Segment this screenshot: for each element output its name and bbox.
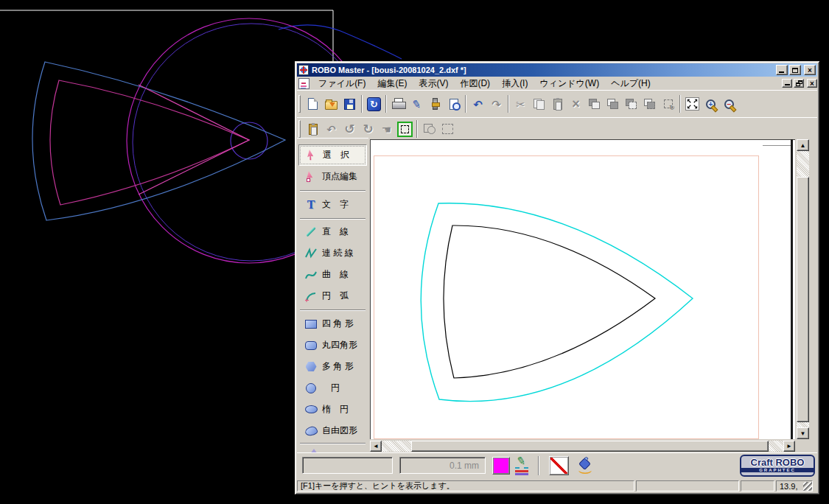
print-button[interactable]	[389, 95, 407, 113]
zoom-in-button[interactable]: +	[702, 95, 720, 113]
save-file-button[interactable]	[340, 95, 359, 113]
ungroup-button[interactable]	[640, 95, 659, 113]
redo-button[interactable]: ↷	[487, 95, 506, 113]
menu-window[interactable]: ウィンドウ(W)	[534, 77, 605, 91]
title-bar[interactable]: ROBO Master - [bousi-20081024_2.dxf *] ×	[297, 63, 817, 77]
rotate-frame-button[interactable]	[659, 95, 677, 113]
paste-icon	[553, 99, 562, 110]
menu-view[interactable]: 表示(V)	[413, 77, 454, 91]
resize-grip[interactable]	[803, 482, 812, 491]
document-icon[interactable]	[298, 78, 309, 89]
palette-line-button[interactable]: 直 線	[298, 221, 367, 242]
palette-arc-button[interactable]: 円 弧	[298, 285, 367, 307]
rotate-left-icon: ↶	[326, 124, 336, 135]
desktop: ROBO Master - [bousi-20081024_2.dxf *] ×…	[0, 0, 829, 504]
fill-bucket-button[interactable]	[576, 456, 595, 475]
cutter-setting-button[interactable]	[426, 95, 444, 113]
cut-button[interactable]: ✂	[511, 95, 530, 113]
shape-tools-button[interactable]	[420, 120, 438, 139]
palette-select-button[interactable]: 選 択	[298, 144, 367, 166]
palette-freeform-button[interactable]: 自由図形	[298, 420, 367, 441]
curve-tool-icon	[302, 269, 320, 281]
menu-file[interactable]: ファイル(F)	[312, 77, 371, 91]
palette-rounded-rectangle-button[interactable]: 丸四角形	[298, 335, 367, 356]
canvas-frame: ▲ ▼ ◄ ►	[368, 138, 817, 451]
line-type-field[interactable]	[302, 457, 393, 474]
palette-circle-button[interactable]: 円	[298, 377, 367, 399]
minimize-button[interactable]	[776, 65, 788, 75]
scroll-down-button[interactable]: ▼	[797, 427, 809, 439]
outer-cut-outline[interactable]	[421, 203, 693, 402]
cut-output-icon: ↻	[367, 97, 381, 111]
doc-close-button[interactable]: ×	[807, 79, 817, 88]
line-style-button[interactable]: ✎	[514, 456, 533, 475]
scroll-right-button[interactable]: ►	[783, 441, 795, 452]
palette-polyline-button[interactable]: 連 続 線	[298, 242, 367, 264]
toolbar-drag-handle[interactable]	[298, 95, 301, 113]
open-file-button[interactable]	[322, 95, 340, 113]
coordinate-value: 13.9,	[780, 482, 797, 491]
toolbar-drag-handle[interactable]	[298, 120, 301, 138]
new-file-button[interactable]	[304, 95, 322, 113]
undo-icon: ↶	[473, 99, 483, 110]
scroll-up-icon: ▲	[800, 142, 806, 149]
close-button[interactable]: ×	[804, 65, 816, 75]
paste-button[interactable]	[548, 95, 567, 113]
save-floppy-icon	[344, 99, 355, 110]
main-toolbar: ↻ ✎ ↶ ↷ ✂ ×	[297, 90, 817, 117]
vertical-scroll-thumb[interactable]	[797, 177, 809, 422]
rounded-rectangle-tool-icon	[302, 341, 320, 350]
horizontal-scrollbar[interactable]: ◄ ►	[370, 441, 795, 452]
select-rect-button[interactable]	[396, 120, 414, 139]
doc-minimize-button[interactable]	[782, 79, 792, 88]
text-tool-icon: T	[302, 198, 320, 211]
zoom-out-icon: −	[724, 99, 734, 109]
fit-to-window-button[interactable]	[683, 95, 702, 113]
scroll-up-button[interactable]: ▲	[797, 139, 809, 151]
send-to-back-button[interactable]	[604, 95, 622, 113]
inner-draw-outline[interactable]	[444, 225, 655, 378]
palette-rectangle-button[interactable]: 四 角 形	[298, 313, 367, 335]
palette-polygon-button[interactable]: 多 角 形	[298, 356, 367, 377]
area-frame-button[interactable]	[438, 120, 457, 139]
cut-output-button[interactable]: ↻	[365, 95, 383, 113]
zoom-in-icon: +	[706, 99, 716, 109]
test-pen-button[interactable]: ✎	[407, 95, 426, 113]
scroll-left-button[interactable]: ◄	[370, 441, 382, 452]
line-color-swatch[interactable]	[492, 457, 510, 475]
palette-curve-button[interactable]: 曲 線	[298, 264, 367, 285]
drawing-canvas[interactable]	[370, 139, 795, 439]
redo-icon: ↷	[492, 99, 501, 110]
inner-triangle-outline	[50, 80, 249, 205]
menu-edit[interactable]: 編集(E)	[371, 77, 413, 91]
arc-tool-icon	[302, 290, 320, 302]
horizontal-scroll-thumb[interactable]	[411, 441, 769, 452]
zoom-out-button[interactable]: −	[720, 95, 738, 113]
undo-button[interactable]: ↶	[469, 95, 487, 113]
line-width-field[interactable]: 0.1 mm	[399, 457, 486, 474]
doc-restore-button[interactable]	[794, 79, 804, 88]
palette-separator	[300, 309, 365, 311]
vertical-scrollbar[interactable]: ▲ ▼	[797, 139, 809, 439]
palette-text-button[interactable]: T文 字	[298, 194, 367, 215]
group-button[interactable]	[622, 95, 640, 113]
palette-ellipse-button[interactable]: 楕 円	[298, 399, 367, 420]
paste-attributes-button[interactable]	[304, 120, 322, 139]
maximize-button[interactable]	[789, 65, 801, 75]
palette-vertex-edit-button[interactable]: 頂点編集	[298, 166, 367, 187]
rotate-cw-button[interactable]: ↻	[359, 120, 377, 139]
menu-insert[interactable]: 挿入(I)	[496, 77, 534, 91]
no-fill-swatch[interactable]	[549, 456, 569, 475]
menu-help[interactable]: ヘルプ(H)	[605, 77, 657, 91]
open-folder-icon	[325, 101, 337, 110]
hand-tool-button[interactable]: ☚	[377, 120, 396, 139]
menu-draw[interactable]: 作図(D)	[454, 77, 496, 91]
rotate-ccw-button[interactable]: ↺	[340, 120, 359, 139]
copy-button[interactable]	[530, 95, 548, 113]
rotate-left-button[interactable]: ↶	[322, 120, 340, 139]
print-preview-button[interactable]	[444, 95, 463, 113]
delete-button[interactable]: ×	[567, 95, 585, 113]
polyline-tool-icon	[302, 248, 320, 259]
bring-to-front-button[interactable]	[585, 95, 604, 113]
line-style-dashed	[515, 467, 528, 469]
